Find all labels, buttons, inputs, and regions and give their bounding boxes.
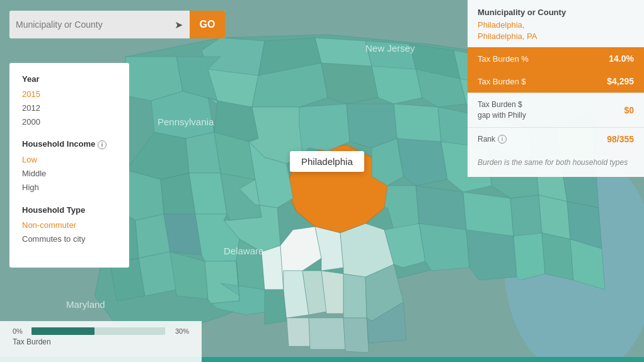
tax-bar-container: 0% 30% — [13, 327, 189, 335]
rank-row: Rank i 98/355 — [468, 127, 644, 151]
rank-value: 98/355 — [607, 134, 634, 144]
rank-info-icon[interactable]: i — [498, 135, 507, 144]
income-middle[interactable]: Middle — [22, 167, 117, 181]
year-2000[interactable]: 2000 — [22, 115, 117, 129]
income-info-icon[interactable]: i — [98, 140, 106, 149]
svg-marker-72 — [265, 290, 287, 324]
right-panel-header: Municipality or County Philadelphia, Phi… — [468, 0, 644, 47]
location-icon: ➤ — [167, 19, 190, 31]
svg-marker-64 — [514, 233, 545, 280]
search-bar: ➤ GO — [9, 11, 225, 38]
income-high[interactable]: High — [22, 181, 117, 195]
year-section: Year 2015 2012 2000 — [22, 74, 117, 129]
philadelphia-tooltip: Philadelphia — [290, 151, 364, 172]
svg-marker-63 — [466, 230, 517, 280]
year-2015[interactable]: 2015 — [22, 88, 117, 101]
tooltip-city-name: Philadelphia — [301, 156, 353, 167]
tax-burden-percent-label: Tax Burden % — [478, 54, 529, 64]
year-label: Year — [22, 74, 117, 84]
tax-bar-track — [32, 327, 165, 335]
svg-marker-14 — [321, 63, 378, 104]
rank-label: Rank i — [478, 134, 507, 145]
tax-burden-dollar-label: Tax Burden $ — [478, 77, 526, 86]
household-commuter[interactable]: Commutes to city — [22, 232, 117, 246]
search-input[interactable] — [9, 20, 167, 30]
svg-marker-78 — [287, 318, 310, 346]
note-text: Burden is the same for both household ty… — [468, 151, 644, 177]
svg-marker-70 — [205, 261, 239, 303]
year-2012[interactable]: 2012 — [22, 101, 117, 115]
tax-bar-fill — [32, 327, 95, 335]
svg-marker-21 — [151, 91, 217, 139]
tax-burden-dollar-row: Tax Burden $ $4,295 — [468, 70, 644, 93]
tax-bar-name: Tax Burden — [13, 337, 189, 346]
gap-label: Tax Burden $gap with Philly — [478, 99, 526, 121]
household-label: Household Type — [22, 205, 117, 215]
right-panel-title: Municipality or County — [478, 8, 634, 17]
location-line2: Philadelphia, PA — [478, 31, 537, 41]
svg-marker-50 — [539, 195, 570, 239]
right-panel-location: Philadelphia, Philadelphia, PA — [478, 20, 634, 42]
svg-marker-65 — [542, 233, 573, 280]
income-section: Household Income i Low Middle High — [22, 139, 117, 195]
svg-marker-68 — [139, 252, 176, 296]
svg-marker-15 — [372, 66, 422, 104]
tax-bar-min-label: 0% — [13, 327, 26, 335]
income-label: Household Income i — [22, 139, 117, 149]
go-button[interactable]: GO — [190, 11, 225, 38]
tax-bar-max-label: 30% — [170, 327, 189, 335]
bottom-bar: 0% 30% Tax Burden — [0, 321, 202, 362]
right-panel: Municipality or County Philadelphia, Phi… — [468, 0, 644, 177]
gap-with-philly-row: Tax Burden $gap with Philly $0 — [468, 93, 644, 127]
tax-burden-percent-row: Tax Burden % 14.0% — [468, 47, 644, 70]
tax-burden-percent-value: 14.0% — [609, 54, 634, 64]
household-noncommuter[interactable]: Non-commuter — [22, 218, 117, 232]
income-low[interactable]: Low — [22, 153, 117, 167]
svg-marker-76 — [343, 274, 367, 318]
svg-marker-57 — [262, 246, 284, 290]
svg-marker-80 — [343, 318, 369, 353]
svg-marker-54 — [164, 214, 202, 255]
svg-marker-49 — [510, 195, 542, 239]
gap-value: $0 — [624, 105, 634, 115]
location-line1: Philadelphia, — [478, 20, 524, 30]
svg-marker-79 — [309, 318, 345, 349]
svg-marker-43 — [189, 173, 227, 214]
left-panel: Year 2015 2012 2000 Household Income i L… — [9, 63, 129, 268]
household-section: Household Type Non-commuter Commutes to … — [22, 205, 117, 246]
tax-burden-dollar-value: $4,295 — [607, 76, 634, 86]
